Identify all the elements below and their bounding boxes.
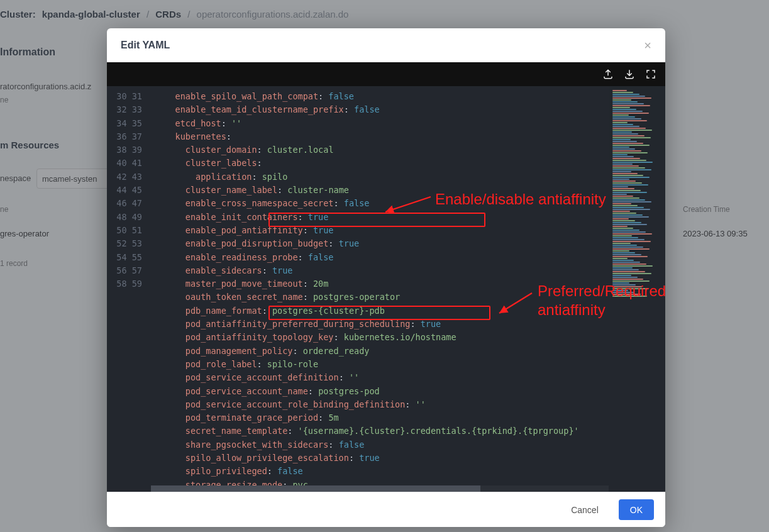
ok-button[interactable]: OK [619,499,654,520]
editor-body: 30 31 32 33 34 35 36 37 38 39 40 41 42 4… [107,86,665,492]
upload-icon[interactable] [602,69,614,80]
modal-header: Edit YAML × [107,28,665,62]
modal-footer: Cancel OK [107,492,665,527]
yaml-code-editor[interactable]: enable_spilo_wal_path_compat: false enab… [151,86,665,492]
edit-yaml-modal: Edit YAML × 30 31 32 33 34 35 36 37 38 3… [107,28,665,527]
modal-title: Edit YAML [121,40,170,51]
fullscreen-icon[interactable] [645,69,656,80]
editor-toolbar [107,62,665,86]
line-number-gutter: 30 31 32 33 34 35 36 37 38 39 40 41 42 4… [107,86,151,492]
download-icon[interactable] [624,69,635,80]
close-icon[interactable]: × [644,38,651,53]
cancel-button[interactable]: Cancel [560,499,610,520]
editor-horizontal-scrollbar[interactable] [151,485,609,492]
editor-minimap[interactable] [609,86,665,492]
